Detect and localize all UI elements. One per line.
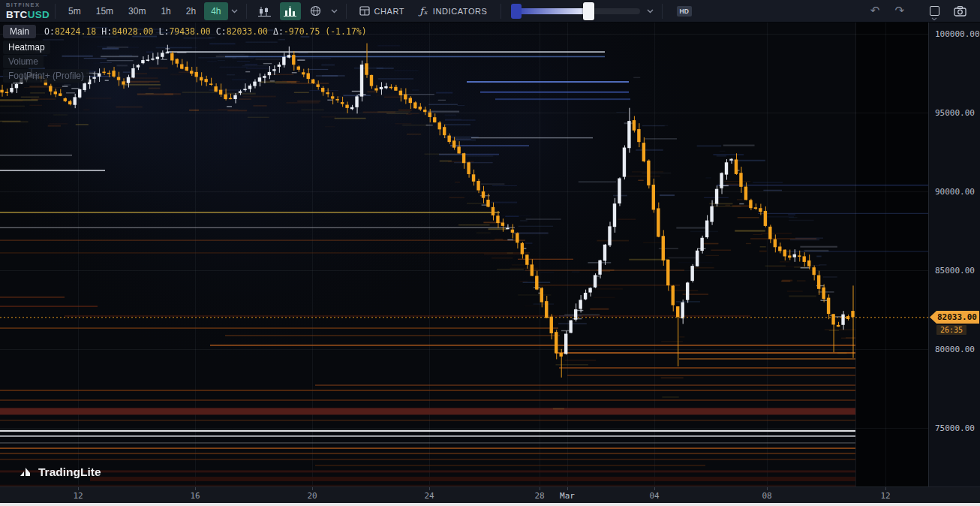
time-axis-tick (429, 487, 430, 490)
volume-candles-icon (284, 6, 296, 17)
ohlc-label: L: (159, 26, 170, 37)
time-axis-tick (78, 487, 79, 490)
timeframe-30m[interactable]: 30m (122, 2, 152, 20)
chart-canvas[interactable] (0, 23, 928, 486)
ohlc-label: H: (101, 26, 112, 37)
redo-button[interactable]: ↷ (894, 5, 904, 17)
timeframe-2h[interactable]: 2h (179, 2, 203, 20)
timeframe-more-button[interactable] (229, 2, 241, 20)
toolbar-divider (346, 4, 347, 19)
candle-countdown: 26:35 (936, 325, 966, 335)
price-axis-label: 90000.00 (935, 187, 975, 197)
toolbar-right-group: ↶ ↷ (863, 0, 980, 23)
slider-min-handle[interactable] (511, 4, 522, 19)
timeframe-5m[interactable]: 5m (62, 2, 88, 20)
ohlc-value: 82424.18 (55, 26, 96, 37)
layer-item-footprint-profile-[interactable]: FootPrint+ (Profile) (3, 69, 89, 83)
overlay-more-button[interactable] (329, 2, 341, 20)
fx-icon: ƒₓ (419, 5, 428, 17)
chart-style-heatmap-button[interactable] (280, 2, 301, 20)
price-axis-label: 95000.00 (935, 108, 975, 118)
fullscreen-icon (930, 6, 939, 16)
ohlc-value: 82033.00 (227, 26, 268, 37)
layer-item-volume[interactable]: Volume (3, 55, 44, 68)
time-axis-tick (195, 487, 196, 490)
exchange-label: BITFINEX (6, 2, 50, 8)
toolbar-divider (501, 4, 501, 19)
undo-button[interactable]: ↶ (870, 5, 880, 17)
time-axis-label: 16 (190, 491, 200, 501)
time-axis-tick (567, 487, 568, 490)
time-axis-label: 12 (73, 491, 83, 501)
symbol-label: BTCUSD (6, 10, 50, 20)
last-price-badge: 82033.00 (930, 311, 979, 324)
ohlc-value: 79438.00 (169, 26, 210, 37)
ohlc-value: -970.75 (-1.17%) (284, 26, 367, 37)
fullscreen-button[interactable] (927, 0, 942, 23)
symbol-selector[interactable]: BITFINEX BTCUSD (6, 2, 50, 20)
chart-menu-label: CHART (374, 7, 405, 16)
time-axis-label: 12 (880, 491, 890, 501)
price-axis-label: 80000.00 (935, 345, 975, 354)
ohlc-label: O: (44, 26, 55, 37)
toolbar-divider (55, 4, 56, 19)
time-axis-label: 04 (649, 491, 659, 501)
timeframe-group: 5m15m30m1h2h4h (61, 2, 228, 20)
chart-menu-button[interactable]: CHART (359, 6, 405, 16)
indicators-label: INDICATORS (433, 7, 488, 16)
time-axis-tick (885, 487, 886, 490)
ohlc-value: 84028.00 (112, 26, 153, 37)
toolbar-divider (662, 4, 663, 19)
price-axis-label: 85000.00 (935, 266, 975, 276)
ohlc-values: O:82424.18H:84028.00L:79438.00C:82033.00… (39, 26, 367, 37)
layer-list: HeatmapVolumeFootPrint+ (Profile) (3, 41, 89, 83)
heatmap-intensity-slider[interactable] (511, 0, 640, 23)
chevron-down-icon (331, 9, 338, 14)
chevron-down-icon (231, 9, 238, 14)
time-axis-label: 28 (534, 491, 544, 501)
camera-icon (954, 5, 966, 17)
chevron-down-icon (647, 9, 654, 14)
time-axis-label: 24 (424, 491, 434, 501)
exchange-overlay-button[interactable] (305, 2, 326, 20)
timeframe-15m[interactable]: 15m (89, 2, 120, 20)
ohlc-label: Δ: (273, 26, 284, 37)
tradinglite-logo-icon (20, 466, 33, 478)
globe-icon (310, 5, 321, 17)
tradinglite-app: BITFINEX BTCUSD 5m15m30m1h2h4h (0, 0, 980, 506)
ohlc-legend: Main O:82424.18H:84028.00L:79438.00C:820… (3, 25, 367, 38)
layer-item-heatmap[interactable]: Heatmap (3, 41, 50, 54)
toolbar-divider (246, 4, 247, 19)
time-axis-tick (654, 487, 655, 490)
time-axis-tick (767, 487, 768, 490)
slider-gradient (514, 8, 588, 14)
candlestick-chart-icon (258, 6, 271, 17)
watermark: TradingLite (20, 465, 101, 479)
screenshot-button[interactable] (954, 5, 966, 17)
time-axis-tick (312, 487, 313, 490)
heatmap-settings-button[interactable] (645, 2, 657, 20)
main-layer-pill[interactable]: Main (3, 25, 36, 38)
indicators-button[interactable]: ƒₓ INDICATORS (419, 5, 487, 17)
bottom-strip (0, 503, 980, 506)
timeframe-4h[interactable]: 4h (204, 2, 227, 20)
collapse-toolbar-icon[interactable] (931, 17, 937, 21)
timeframe-1h[interactable]: 1h (154, 2, 177, 20)
time-axis-label: 20 (307, 491, 317, 501)
ohlc-label: C: (216, 26, 227, 37)
price-axis-label: 75000.00 (935, 423, 975, 433)
toolbar: BITFINEX BTCUSD 5m15m30m1h2h4h (0, 0, 980, 23)
time-axis-label: 08 (762, 491, 771, 501)
price-axis-label: 100000.00 (935, 29, 980, 39)
time-axis-tick (540, 487, 540, 490)
price-axis[interactable]: 82033.00 26:35 100000.0095000.0090000.00… (928, 23, 980, 486)
hd-badge[interactable]: HD (677, 6, 692, 17)
time-axis-label: Mar (560, 491, 575, 501)
watermark-text: TradingLite (38, 465, 101, 479)
chart-style-candles-button[interactable] (254, 2, 275, 20)
time-axis[interactable]: 1216202428Mar040812 (0, 486, 980, 503)
slider-max-handle[interactable] (583, 2, 594, 20)
chart-layout-icon (359, 6, 370, 16)
